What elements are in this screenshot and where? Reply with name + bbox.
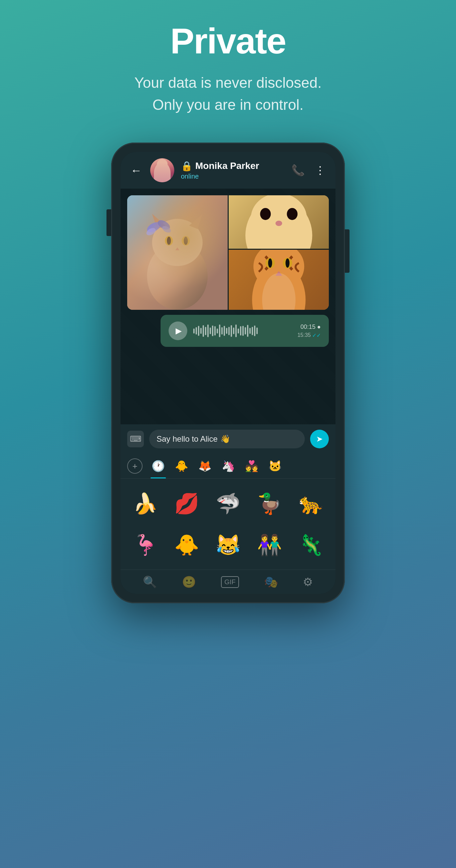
contact-name: 🔒 Monika Parker	[181, 161, 285, 172]
add-sticker-tab[interactable]: +	[127, 458, 143, 474]
sticker-item[interactable]: 😹	[209, 525, 247, 564]
send-button[interactable]: ➤	[310, 430, 329, 448]
keyboard-icon: ⌨	[130, 434, 142, 444]
voice-meta: 00:15 ● 15:35 ✓✓	[298, 323, 321, 339]
sticker-tab-5[interactable]: 🐱	[267, 458, 283, 474]
sticker-bottom-icon[interactable]: 🎭	[264, 575, 278, 589]
sticker-item[interactable]: 💋	[167, 484, 206, 523]
svg-point-6	[167, 237, 171, 245]
svg-point-12	[156, 218, 172, 231]
settings-bottom-icon[interactable]: ⚙	[303, 575, 313, 589]
gif-bottom-icon[interactable]: GIF	[221, 576, 239, 588]
read-ticks: ✓✓	[312, 332, 321, 339]
voice-duration: 00:15 ●	[300, 323, 321, 331]
svg-rect-0	[127, 195, 228, 310]
more-options-icon[interactable]: ⋮	[315, 164, 326, 177]
svg-point-8	[184, 237, 188, 245]
message-input-area: ⌨ Say hello to Alice👋 ➤	[121, 424, 335, 454]
voice-time: 15:35 ✓✓	[298, 332, 321, 339]
hero-title: Private	[170, 20, 286, 62]
svg-marker-9	[175, 247, 179, 250]
sticker-tabs: + 🕐 🐥 🦊 🦄 💑 🐱	[121, 454, 335, 479]
waveform	[193, 324, 292, 338]
lock-icon: 🔒	[181, 161, 193, 172]
sticker-grid: 🍌 💋 🦈 🦆 🐆 🦩 🐥 😹 👫 🦎	[121, 479, 335, 569]
avatar	[150, 158, 174, 182]
svg-point-10	[145, 220, 162, 235]
svg-point-25	[268, 258, 272, 268]
svg-point-5	[165, 236, 173, 245]
sticker-tab-4[interactable]: 💑	[244, 458, 260, 474]
sticker-item[interactable]: 🦆	[250, 484, 289, 523]
chat-body: 🐠 🎯	[121, 189, 335, 424]
message-input[interactable]: Say hello to Alice👋	[149, 430, 305, 448]
search-bottom-icon[interactable]: 🔍	[143, 575, 157, 589]
svg-point-7	[182, 236, 190, 245]
svg-point-11	[145, 227, 157, 237]
voice-message: ▶	[160, 315, 329, 347]
cat-image	[127, 195, 228, 310]
keyboard-toggle-button[interactable]: ⌨	[127, 431, 144, 447]
send-icon: ➤	[316, 434, 323, 444]
sticker-item[interactable]: 🦎	[292, 525, 330, 564]
sticker-item[interactable]: 🦩	[126, 525, 164, 564]
svg-point-27	[285, 258, 290, 268]
sticker-item[interactable]: 🍌	[126, 484, 164, 523]
recent-stickers-tab[interactable]: 🕐	[151, 458, 166, 474]
svg-point-2	[152, 219, 203, 266]
sticker-tab-1[interactable]: 🐥	[174, 458, 189, 474]
phone-screen: ← 🔒 Monika Parker online	[121, 152, 335, 594]
svg-point-16	[251, 195, 307, 244]
svg-point-17	[260, 208, 271, 220]
sticker-item[interactable]: 🐆	[292, 484, 330, 523]
contact-info: 🔒 Monika Parker online	[181, 161, 285, 180]
tiger-image	[229, 250, 329, 310]
sticker-bottom-bar: 🔍 🙂 GIF 🎭 ⚙	[121, 569, 335, 594]
svg-marker-3	[152, 214, 165, 229]
hero-subtitle: Your data is never disclosed. Only you a…	[134, 72, 322, 116]
svg-point-19	[275, 221, 282, 226]
sticker-tab-3[interactable]: 🦄	[221, 458, 236, 474]
phone-body: ← 🔒 Monika Parker online	[111, 143, 345, 603]
contact-status: online	[181, 173, 285, 180]
sticker-item[interactable]: 🦈	[209, 484, 247, 523]
back-button[interactable]: ←	[130, 164, 142, 177]
play-button[interactable]: ▶	[169, 321, 187, 340]
emoji-bottom-icon[interactable]: 🙂	[182, 575, 196, 589]
sticker-tab-2[interactable]: 🦊	[197, 458, 213, 474]
header-icons: 📞 ⋮	[292, 164, 326, 177]
svg-point-18	[287, 208, 298, 220]
svg-point-13	[161, 225, 172, 234]
sticker-item[interactable]: 🐥	[167, 525, 206, 564]
image-grid-message	[127, 195, 329, 310]
sticker-panel: + 🕐 🐥 🦊 🦄 💑 🐱 🍌 💋 🦈 🦆 🐆	[121, 454, 335, 594]
call-icon[interactable]: 📞	[292, 164, 305, 177]
phone-mockup: ← 🔒 Monika Parker online	[111, 143, 345, 603]
hamster-image	[229, 195, 329, 249]
play-icon: ▶	[176, 326, 182, 336]
sticker-item[interactable]: 👫	[250, 525, 289, 564]
svg-marker-4	[189, 214, 203, 229]
svg-point-1	[147, 242, 208, 310]
chat-header: ← 🔒 Monika Parker online	[121, 152, 335, 189]
